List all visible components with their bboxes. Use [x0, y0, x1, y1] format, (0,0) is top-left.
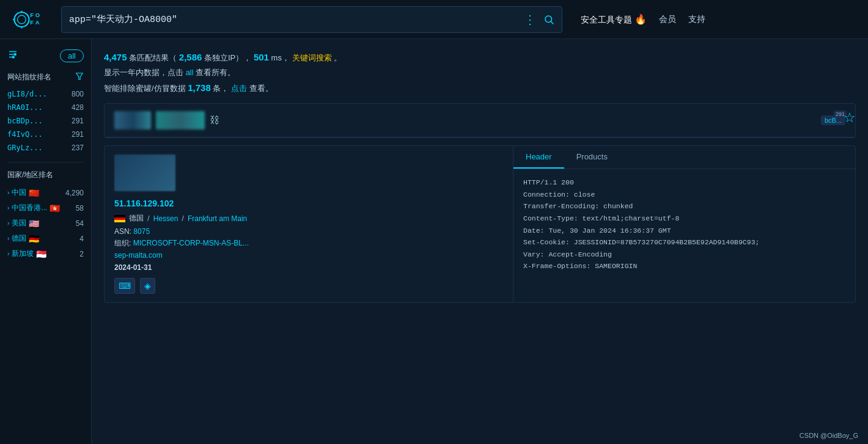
box-icon-button[interactable]: ◈: [140, 278, 155, 294]
chevron-right-icon: ›: [7, 189, 9, 196]
blurred-preview-2: [156, 111, 205, 129]
code-icon-button[interactable]: ⌨: [114, 278, 135, 294]
honeypot-count: 1,738: [188, 82, 211, 93]
total-count: 4,475: [104, 52, 127, 62]
all-filter-button[interactable]: all: [60, 49, 84, 62]
org-line: 组织: MICROSOFT-CORP-MSN-AS-BL...: [114, 238, 503, 249]
blurred-preview-1: [114, 111, 151, 129]
country-section-title: 国家/地区排名: [7, 170, 84, 180]
country-item-0[interactable]: › 中国 🇨🇳 4,290: [7, 185, 84, 200]
svg-point-15: [12, 56, 14, 58]
chevron-right-icon: ›: [7, 250, 9, 257]
nav-security-tools[interactable]: 安全工具专题 🔥: [581, 13, 647, 26]
search-submit-button[interactable]: [543, 14, 554, 25]
card-right-2: Header Products HTTP/1.1 200 Connection:…: [513, 146, 855, 302]
filter-icon: [7, 49, 18, 62]
screenshot-placeholder: [114, 155, 175, 191]
show-all-link[interactable]: all: [186, 68, 194, 77]
card-top-1: ⛓ 291 bcB...: [105, 104, 855, 137]
tabs-header: Header Products: [513, 146, 855, 169]
card-icons: ⌨ ◈: [114, 278, 503, 294]
footer-credit: CSDN @OidBoy_G: [800, 432, 858, 439]
count-badge-1: 291 bcB...: [821, 115, 845, 125]
chevron-right-icon: ›: [7, 235, 9, 242]
svg-text:A: A: [35, 18, 40, 25]
chevron-right-icon: ›: [7, 205, 9, 211]
logo: F O F A: [12, 6, 49, 33]
fingerprint-item-0[interactable]: gLI8/d... 800: [7, 87, 84, 101]
svg-text:F: F: [30, 18, 34, 25]
content-area: 4,475 条匹配结果（ 2,586 条独立IP）， 501 ms， 关键词搜索…: [92, 39, 868, 444]
fingerprint-list: gLI8/d... 800 hRA0I... 428 bcBDp... 291 …: [7, 87, 84, 155]
results-summary-line3: 智能排除蜜罐/仿冒数据 1,738 条， 点击 查看。: [104, 79, 856, 96]
tab-content-header: HTTP/1.1 200 Connection: close Transfer-…: [513, 169, 855, 279]
svg-marker-16: [76, 73, 83, 80]
tab-header[interactable]: Header: [513, 146, 564, 169]
ip-address[interactable]: 51.116.129.102: [114, 198, 503, 208]
main-layout: all 网站指纹排名 gLI8/d... 800 hRA0I... 428 bc…: [0, 39, 868, 444]
search-bar: ⋮: [61, 6, 562, 33]
country-item-2[interactable]: › 美国 🇺🇸 54: [7, 216, 84, 231]
country-item-4[interactable]: › 新加坡 🇸🇬 2: [7, 246, 84, 261]
asn-line: ASN: 8075: [114, 227, 503, 236]
svg-text:O: O: [35, 11, 40, 18]
header: F O F A ⋮ 安全工具专题 🔥 会员 支持: [0, 0, 868, 39]
svg-text:F: F: [30, 11, 34, 18]
asn-link[interactable]: 8075: [133, 227, 150, 236]
search-input[interactable]: [69, 14, 524, 24]
chain-icon: ⛓: [210, 115, 219, 126]
search-options-button[interactable]: ⋮: [524, 12, 536, 27]
fingerprint-section-title: 网站指纹排名: [7, 72, 84, 82]
svg-point-1: [18, 15, 26, 24]
org-link[interactable]: MICROSOFT-CORP-MSN-AS-BL...: [133, 239, 249, 247]
filter-header: all: [7, 49, 84, 62]
favorite-button[interactable]: ☆: [844, 110, 856, 126]
svg-point-14: [14, 54, 16, 56]
time-ms: 501: [254, 52, 269, 62]
location-line: 德国 / Hessen / Frankfurt am Main: [114, 213, 503, 224]
result-card-1: ⛓ 291 bcB...: [104, 103, 856, 138]
country-list: › 中国 🇨🇳 4,290 › 中国香港... 🇭🇰 58 › 美国 �: [7, 185, 84, 261]
fingerprint-item-4[interactable]: GRyLz... 237: [7, 141, 84, 155]
card-left-2: 51.116.129.102 德国 / Hessen / Frankfurt a…: [105, 146, 513, 302]
results-header: 4,475 条匹配结果（ 2,586 条独立IP）， 501 ms， 关键词搜索…: [104, 49, 856, 96]
country-item-1[interactable]: › 中国香港... 🇭🇰 58: [7, 200, 84, 216]
chevron-right-icon: ›: [7, 220, 9, 227]
svg-point-9: [545, 16, 552, 23]
keyword-search-link[interactable]: 关键词搜索: [292, 53, 332, 62]
flag-de-icon: [114, 215, 125, 222]
card-body-2: 51.116.129.102 德国 / Hessen / Frankfurt a…: [105, 146, 855, 302]
nav-support[interactable]: 支持: [688, 14, 705, 25]
click-view-link[interactable]: 点击: [231, 84, 247, 93]
country-item-3[interactable]: › 德国 🇩🇪 4: [7, 231, 84, 246]
flame-icon: 🔥: [634, 14, 647, 24]
fingerprint-item-3[interactable]: f4IvQ... 291: [7, 128, 84, 141]
unique-ip-count: 2,586: [179, 52, 202, 62]
tab-products[interactable]: Products: [564, 146, 620, 169]
result-card-2: 51.116.129.102 德国 / Hessen / Frankfurt a…: [104, 145, 856, 303]
sidebar-divider: [7, 162, 84, 162]
region-link[interactable]: Hessen: [153, 214, 178, 223]
domain-link[interactable]: sep-malta.com: [114, 251, 503, 260]
city-link[interactable]: Frankfurt am Main: [188, 214, 247, 223]
svg-point-0: [14, 12, 29, 27]
funnel-icon: [75, 72, 84, 82]
nav-membership[interactable]: 会员: [659, 14, 676, 25]
results-summary-line1: 4,475 条匹配结果（ 2,586 条独立IP）， 501 ms， 关键词搜索…: [104, 49, 856, 65]
results-summary-line2: 显示一年内数据，点击 all 查看所有。: [104, 65, 856, 79]
fingerprint-item-1[interactable]: hRA0I... 428: [7, 101, 84, 114]
svg-line-10: [551, 21, 553, 24]
fingerprint-item-2[interactable]: bcBDp... 291: [7, 114, 84, 128]
date-line: 2024-01-31: [114, 263, 503, 272]
sidebar: all 网站指纹排名 gLI8/d... 800 hRA0I... 428 bc…: [0, 39, 92, 444]
header-nav: 安全工具专题 🔥 会员 支持: [581, 13, 705, 26]
